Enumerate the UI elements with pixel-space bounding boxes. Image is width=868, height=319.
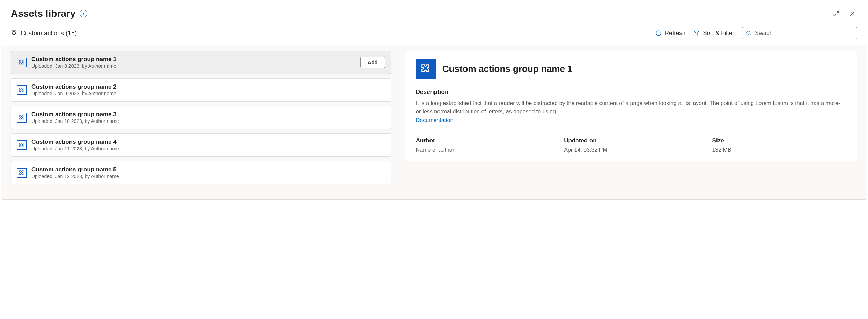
description-label: Description <box>416 89 846 96</box>
author-label: Author <box>416 137 550 144</box>
documentation-link[interactable]: Documentation <box>416 117 454 123</box>
updated-col: Updated on Apr 14, 03:32 PM <box>564 137 698 153</box>
list-pane: Custom actions group name 1 Uploaded: Ja… <box>1 51 399 184</box>
list-item-title: Custom actions group name 3 <box>31 111 385 118</box>
list-item[interactable]: Custom actions group name 2 Uploaded: Ja… <box>11 78 391 102</box>
filter-icon <box>693 30 700 37</box>
header-controls <box>831 9 857 18</box>
content-area: Custom actions group name 1 Uploaded: Ja… <box>1 46 867 199</box>
panel-header: Assets library i <box>1 1 867 23</box>
puzzle-icon <box>17 140 27 150</box>
author-col: Author Name of author <box>416 137 550 153</box>
list-item-body: Custom actions group name 3 Uploaded: Ja… <box>31 111 385 124</box>
size-col: Size 132 MB <box>712 137 846 153</box>
list-item-sub: Uploaded: Jan 11 2023, by Author name <box>31 146 385 151</box>
expand-icon <box>833 10 840 17</box>
refresh-label: Refresh <box>665 30 686 37</box>
assets-library-panel: Assets library i Custom actions (18) Ref… <box>1 1 867 200</box>
list-item[interactable]: Custom actions group name 5 Uploaded: Ja… <box>11 161 391 184</box>
list-item-body: Custom actions group name 5 Uploaded: Ja… <box>31 166 385 179</box>
updated-value: Apr 14, 03:32 PM <box>564 147 698 153</box>
list-item-body: Custom actions group name 1 Uploaded: Ja… <box>31 56 355 69</box>
puzzle-icon <box>11 30 18 37</box>
section-label: Custom actions (18) <box>11 30 77 37</box>
size-value: 132 MB <box>712 147 846 153</box>
list-item-title: Custom actions group name 2 <box>31 83 385 90</box>
search-input[interactable] <box>755 30 853 36</box>
list-item-sub: Uploaded: Jan 10 2023, by Author name <box>31 118 385 124</box>
search-icon <box>746 30 752 36</box>
expand-button[interactable] <box>831 9 841 18</box>
detail-header: Custom actions group name 1 <box>416 59 846 79</box>
page-title: Assets library <box>11 8 75 19</box>
size-label: Size <box>712 137 846 144</box>
add-button[interactable]: Add <box>360 57 385 68</box>
puzzle-icon <box>17 168 27 178</box>
detail-title: Custom actions group name 1 <box>442 64 573 74</box>
list-item-title: Custom actions group name 1 <box>31 56 355 63</box>
list-item-sub: Uploaded: Jan 8 2023, by Author name <box>31 63 355 69</box>
refresh-icon <box>655 30 662 37</box>
refresh-button[interactable]: Refresh <box>655 30 686 37</box>
detail-puzzle-icon <box>416 59 436 79</box>
list-item-title: Custom actions group name 5 <box>31 166 385 173</box>
list-item[interactable]: Custom actions group name 3 Uploaded: Ja… <box>11 106 391 129</box>
description-text: It is a long established fact that a rea… <box>416 99 846 116</box>
meta-row: Author Name of author Updated on Apr 14,… <box>416 137 846 153</box>
toolbar: Refresh Sort & Filter <box>655 27 857 39</box>
close-icon <box>849 10 856 17</box>
list-item[interactable]: Custom actions group name 4 Uploaded: Ja… <box>11 133 391 157</box>
panel-subheader: Custom actions (18) Refresh Sort & Filte… <box>1 23 867 46</box>
updated-label: Updated on <box>564 137 698 144</box>
svg-point-0 <box>747 31 750 34</box>
divider <box>416 132 846 132</box>
list-item-sub: Uploaded: Jan 9 2023, by Author name <box>31 91 385 96</box>
puzzle-icon <box>17 113 27 123</box>
author-value: Name of author <box>416 147 550 153</box>
list-item-sub: Uploaded: Jan 12 2023, by Author name <box>31 173 385 179</box>
list-item-body: Custom actions group name 4 Uploaded: Ja… <box>31 139 385 151</box>
puzzle-icon <box>17 85 27 95</box>
list-item-body: Custom actions group name 2 Uploaded: Ja… <box>31 83 385 96</box>
sort-filter-button[interactable]: Sort & Filter <box>693 30 734 37</box>
search-box[interactable] <box>742 27 857 39</box>
list-item[interactable]: Custom actions group name 1 Uploaded: Ja… <box>11 51 391 74</box>
close-button[interactable] <box>847 9 857 18</box>
sort-filter-label: Sort & Filter <box>703 30 734 37</box>
info-icon[interactable]: i <box>80 10 87 17</box>
count-label: Custom actions (18) <box>21 30 77 37</box>
list-item-title: Custom actions group name 4 <box>31 139 385 146</box>
detail-pane: Custom actions group name 1 Description … <box>405 51 857 161</box>
puzzle-icon <box>17 58 27 67</box>
